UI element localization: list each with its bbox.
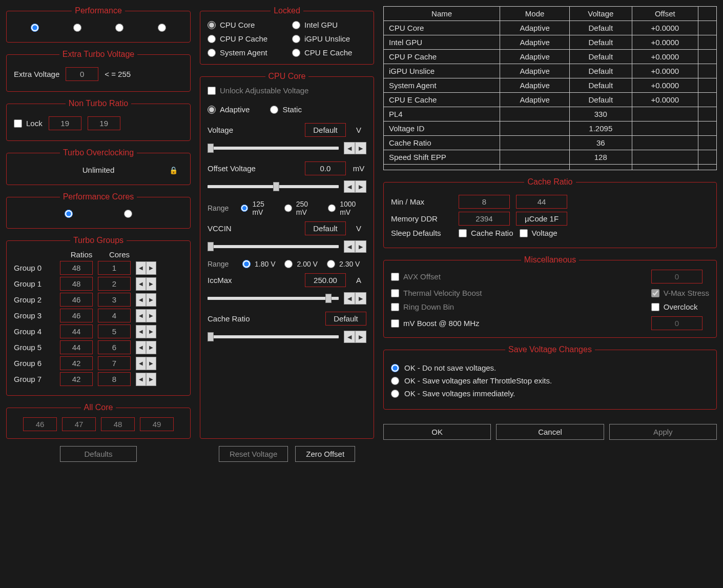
tg-ratio-input[interactable] bbox=[60, 356, 93, 370]
vccin-value-button[interactable]: Default bbox=[305, 221, 346, 235]
offset-slider[interactable] bbox=[208, 185, 339, 188]
all-core-input[interactable] bbox=[23, 417, 57, 431]
offset-range-opt[interactable]: 1000 mV bbox=[328, 200, 366, 216]
avx-offset-cb[interactable] bbox=[391, 273, 399, 281]
tg-left-button[interactable]: ◀ bbox=[136, 341, 146, 354]
tg-cores-input[interactable] bbox=[98, 293, 131, 307]
vccin-range-opt[interactable]: 1.80 V bbox=[242, 260, 275, 268]
tg-left-button[interactable]: ◀ bbox=[136, 293, 146, 307]
vccin-range-opt[interactable]: 2.30 V bbox=[327, 260, 360, 268]
vmax-cb[interactable] bbox=[651, 289, 659, 297]
cache-min-input[interactable] bbox=[459, 195, 510, 209]
vccin-inc-button[interactable]: ▶ bbox=[355, 240, 366, 253]
tg-right-button[interactable]: ▶ bbox=[146, 293, 156, 307]
perf-core-radio-1[interactable] bbox=[124, 210, 132, 218]
save-option[interactable]: OK - Save voltages after ThrottleStop ex… bbox=[391, 376, 709, 385]
tg-ratio-input[interactable] bbox=[60, 325, 93, 338]
offset-range-opt[interactable]: 125 mV bbox=[241, 200, 275, 216]
overclock-cb[interactable] bbox=[651, 303, 659, 311]
tg-ratio-input[interactable] bbox=[60, 293, 93, 307]
table-row[interactable]: Speed Shift EPP128 bbox=[384, 150, 717, 165]
performance-radio-2[interactable] bbox=[115, 24, 123, 32]
cacheRatio-value-button[interactable]: Default bbox=[325, 312, 366, 326]
tg-cores-input[interactable] bbox=[98, 325, 131, 338]
cb-voltage[interactable]: Voltage bbox=[520, 229, 557, 237]
adaptive-radio-label[interactable]: Adaptive bbox=[208, 105, 250, 114]
tg-cores-input[interactable] bbox=[98, 261, 131, 275]
avx-offset-label[interactable]: AVX Offset bbox=[391, 272, 641, 281]
table-row[interactable]: CPU E CacheAdaptiveDefault+0.0000 bbox=[384, 93, 717, 107]
tg-ratio-input[interactable] bbox=[60, 277, 93, 291]
ok-button[interactable]: OK bbox=[383, 424, 491, 440]
apply-button[interactable]: Apply bbox=[609, 424, 717, 440]
locked-radio[interactable] bbox=[292, 49, 300, 57]
voltage-inc-button[interactable]: ▶ bbox=[355, 142, 366, 154]
unlock-voltage-label[interactable]: Unlock Adjustable Voltage bbox=[208, 86, 308, 95]
offset-range-radio[interactable] bbox=[284, 204, 292, 212]
table-row[interactable]: CPU CoreAdaptiveDefault+0.0000 bbox=[384, 21, 717, 35]
locked-radio-cpu-e-cache[interactable]: CPU E Cache bbox=[292, 48, 366, 57]
table-row[interactable]: Voltage ID1.2095 bbox=[384, 121, 717, 136]
extra-voltage-input[interactable] bbox=[66, 67, 98, 81]
locked-radio-cpu-p-cache[interactable]: CPU P Cache bbox=[208, 34, 282, 43]
tg-right-button[interactable]: ▶ bbox=[146, 357, 156, 370]
zero-offset-button[interactable]: Zero Offset bbox=[295, 446, 355, 462]
save-option[interactable]: OK - Save voltages immediately. bbox=[391, 389, 709, 398]
ring-cb[interactable] bbox=[391, 303, 399, 311]
vccin-slider[interactable] bbox=[208, 245, 339, 248]
static-radio[interactable] bbox=[270, 106, 278, 114]
tg-left-button[interactable]: ◀ bbox=[136, 309, 146, 322]
tvb-label[interactable]: Thermal Velocity Boost bbox=[391, 289, 641, 297]
defaults-button[interactable]: Defaults bbox=[60, 446, 137, 462]
locked-radio-cpu-core[interactable]: CPU Core bbox=[208, 21, 282, 29]
offset-value-button[interactable]: 0.0 bbox=[305, 161, 346, 175]
mvboost-label[interactable]: mV Boost @ 800 MHz bbox=[391, 319, 641, 328]
vmax-label[interactable]: V-Max Stress bbox=[651, 289, 709, 297]
lock-checkbox[interactable] bbox=[14, 119, 22, 128]
vccin-range-radio[interactable] bbox=[327, 260, 335, 268]
tg-right-button[interactable]: ▶ bbox=[146, 325, 156, 338]
mem-ddr-input[interactable] bbox=[459, 212, 510, 226]
tg-left-button[interactable]: ◀ bbox=[136, 325, 146, 338]
table-row[interactable]: CPU P CacheAdaptiveDefault+0.0000 bbox=[384, 50, 717, 64]
cacheRatio-inc-button[interactable]: ▶ bbox=[355, 331, 366, 343]
tg-ratio-input[interactable] bbox=[60, 372, 93, 386]
tg-ratio-input[interactable] bbox=[60, 340, 93, 354]
mvboost-input[interactable] bbox=[651, 316, 703, 330]
adaptive-radio[interactable] bbox=[208, 106, 216, 114]
locked-radio[interactable] bbox=[292, 35, 300, 43]
table-row[interactable]: Intel GPUAdaptiveDefault+0.0000 bbox=[384, 35, 717, 50]
vccin-range-opt[interactable]: 2.00 V bbox=[284, 260, 317, 268]
mvboost-cb[interactable] bbox=[391, 319, 399, 328]
vccin-range-radio[interactable] bbox=[242, 260, 251, 268]
unlock-voltage-checkbox[interactable] bbox=[208, 87, 216, 95]
tg-right-button[interactable]: ▶ bbox=[146, 261, 156, 275]
all-core-input[interactable] bbox=[140, 417, 174, 431]
tg-right-button[interactable]: ▶ bbox=[146, 309, 156, 322]
all-core-input[interactable] bbox=[62, 417, 96, 431]
voltage-dec-button[interactable]: ◀ bbox=[344, 142, 355, 154]
locked-radio-igpu-unslice[interactable]: iGPU Unslice bbox=[292, 34, 366, 43]
lock-checkbox-label[interactable]: Lock bbox=[14, 119, 43, 128]
cacheRatio-dec-button[interactable]: ◀ bbox=[344, 331, 355, 343]
iccmax-inc-button[interactable]: ▶ bbox=[355, 292, 366, 305]
locked-radio[interactable] bbox=[208, 21, 216, 29]
tg-right-button[interactable]: ▶ bbox=[146, 341, 156, 354]
vccin-range-radio[interactable] bbox=[284, 260, 293, 268]
locked-radio[interactable] bbox=[208, 49, 216, 57]
tg-right-button[interactable]: ▶ bbox=[146, 277, 156, 291]
performance-radio-1[interactable] bbox=[73, 24, 81, 32]
tg-ratio-input[interactable] bbox=[60, 261, 93, 275]
locked-radio[interactable] bbox=[208, 35, 216, 43]
static-radio-label[interactable]: Static bbox=[270, 105, 302, 114]
reset-voltage-button[interactable]: Reset Voltage bbox=[219, 446, 288, 462]
table-row[interactable]: PL4330 bbox=[384, 107, 717, 121]
offset-range-radio[interactable] bbox=[241, 204, 249, 212]
iccmax-slider[interactable] bbox=[208, 297, 339, 300]
non-turbo-v1[interactable] bbox=[49, 116, 81, 130]
offset-dec-button[interactable]: ◀ bbox=[344, 180, 355, 193]
ring-label[interactable]: Ring Down Bin bbox=[391, 302, 641, 311]
cache-max-input[interactable] bbox=[516, 195, 567, 209]
table-row[interactable]: iGPU UnsliceAdaptiveDefault+0.0000 bbox=[384, 64, 717, 78]
save-radio[interactable] bbox=[391, 390, 399, 398]
